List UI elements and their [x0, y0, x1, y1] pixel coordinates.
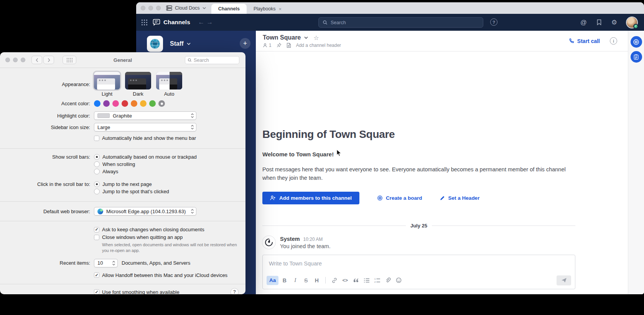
scrollbars-option-auto[interactable]: Automatically based on mouse or trackpad	[94, 154, 245, 160]
window-controls	[136, 2, 165, 14]
handoff-checkbox[interactable]: ✓ Allow Handoff between this Mac and you…	[94, 272, 245, 278]
minimize-window-button[interactable]	[13, 58, 18, 62]
sidebar-icon-size-label: Sidebar icon size:	[0, 124, 94, 130]
scrollbars-option-always[interactable]: Always	[94, 169, 245, 174]
saved-posts-icon[interactable]	[596, 19, 602, 25]
create-board-button[interactable]: Create a board	[377, 195, 422, 201]
default-browser-dropdown[interactable]: Microsoft Edge.app (104.0.1293.63)	[94, 207, 196, 216]
prefs-search[interactable]	[185, 56, 239, 64]
global-header: Channels ← → ? @ ⚙ ✓	[136, 14, 644, 31]
prefs-window-controls	[5, 54, 25, 66]
emoji-icon[interactable]	[394, 276, 404, 285]
attachment-icon[interactable]	[383, 276, 393, 285]
help-button[interactable]: ?	[231, 288, 239, 294]
highlight-swatch	[97, 113, 110, 118]
add-channel-button[interactable]: +	[240, 38, 250, 49]
close-windows-checkbox[interactable]: ✓ Close windows when quitting an app	[94, 234, 245, 240]
bulleted-list-icon[interactable]	[362, 276, 371, 285]
playbooks-app-icon[interactable]	[631, 51, 642, 63]
zoom-window-button[interactable]	[156, 6, 161, 10]
font-smoothing-checkbox[interactable]: ✓ Use font smoothing when available	[94, 289, 180, 294]
appearance-option-light[interactable]: Light	[94, 72, 120, 97]
accent-red[interactable]	[122, 100, 128, 107]
accent-yellow[interactable]	[140, 100, 147, 107]
server-name: Cloud Docs	[175, 5, 200, 11]
search-input[interactable]	[331, 20, 479, 25]
message-input[interactable]	[269, 260, 569, 267]
channel-name[interactable]: Town Square	[263, 34, 301, 41]
code-icon[interactable]: <>	[340, 276, 350, 285]
online-status-badge: ✓	[633, 24, 638, 29]
settings-gear-icon[interactable]: ⚙	[611, 19, 617, 26]
channel-info-icon[interactable]: i	[610, 37, 617, 45]
stepper-icon	[191, 124, 194, 130]
message-text: You joined the team.	[280, 243, 331, 249]
prefs-search-input[interactable]	[194, 58, 237, 63]
accent-pink[interactable]	[112, 100, 119, 107]
hide-menubar-checkbox[interactable]: ✓ Automatically hide and show the menu b…	[94, 135, 245, 141]
accent-orange[interactable]	[131, 100, 137, 107]
show-all-grid-icon[interactable]	[63, 56, 76, 64]
sidebar-icon-size-dropdown[interactable]: Large	[94, 123, 196, 131]
favorite-star-icon[interactable]: ☆	[313, 34, 319, 41]
accent-blue[interactable]	[94, 100, 100, 107]
appearance-option-dark[interactable]: Dark	[125, 72, 151, 97]
close-windows-note: When selected, open documents and window…	[102, 242, 245, 254]
edge-browser-icon	[97, 209, 103, 214]
back-button[interactable]	[31, 56, 42, 64]
history-forward-icon[interactable]: →	[206, 18, 214, 26]
section-divider	[0, 221, 245, 221]
team-header[interactable]: Staff	[136, 31, 256, 52]
section-divider	[0, 148, 245, 149]
accent-green[interactable]	[149, 100, 156, 107]
system-preferences-window: General Appearance: Light	[0, 52, 245, 294]
member-count[interactable]: 1	[263, 43, 272, 48]
app-rail	[628, 31, 644, 294]
close-window-button[interactable]	[5, 58, 10, 62]
scroll-click-next-page[interactable]: Jump to the next page	[94, 181, 245, 187]
minimize-window-button[interactable]	[148, 6, 153, 10]
pinned-posts-icon[interactable]	[277, 43, 282, 48]
chevron-down-icon[interactable]	[304, 36, 308, 39]
highlight-color-dropdown[interactable]: Graphite	[94, 111, 196, 120]
product-switcher-icon[interactable]	[142, 20, 147, 25]
tab-playbooks[interactable]: Playbooks ×	[247, 4, 288, 14]
bold-button[interactable]: B	[280, 276, 289, 285]
close-window-button[interactable]	[141, 6, 145, 10]
scroll-click-spot[interactable]: Jump to the spot that's clicked	[94, 189, 245, 194]
channel-files-icon[interactable]	[287, 43, 291, 48]
numbered-list-icon[interactable]: 1 2	[372, 276, 382, 285]
tab-channels[interactable]: Channels	[211, 4, 247, 14]
recent-items-dropdown[interactable]: 10	[94, 259, 118, 267]
heading-button[interactable]: H	[312, 276, 321, 285]
scrollbars-option-when-scrolling[interactable]: When scrolling	[94, 161, 245, 167]
link-icon[interactable]	[329, 276, 339, 285]
member-icon	[263, 43, 267, 48]
global-search[interactable]	[318, 17, 483, 28]
accent-purple[interactable]	[103, 100, 110, 107]
send-message-button[interactable]	[557, 275, 571, 285]
forward-button[interactable]	[43, 56, 54, 64]
formatting-toggle-button[interactable]: Aa	[267, 276, 278, 285]
italic-button[interactable]: I	[290, 276, 300, 285]
start-call-button[interactable]: Start call	[569, 38, 600, 44]
appearance-option-auto[interactable]: Auto	[156, 72, 182, 97]
quote-icon[interactable]	[351, 276, 361, 285]
message-author: System	[280, 236, 300, 242]
server-menu[interactable]: Cloud Docs	[165, 2, 211, 14]
keep-changes-checkbox[interactable]: ✓ Ask to keep changes when closing docum…	[94, 227, 245, 232]
add-channel-header-link[interactable]: Add a channel header	[296, 43, 341, 48]
mentions-icon[interactable]: @	[580, 19, 587, 26]
history-back-icon[interactable]: ←	[197, 18, 206, 26]
accent-graphite-selected[interactable]	[158, 100, 165, 107]
set-header-button[interactable]: Set a Header	[440, 195, 480, 201]
user-avatar[interactable]: ✓	[627, 17, 637, 28]
header-actions: @ ⚙ ✓	[580, 17, 637, 28]
help-icon[interactable]: ?	[490, 18, 497, 26]
boards-app-icon[interactable]	[631, 36, 642, 48]
add-members-button[interactable]: Add members to this channel	[262, 192, 359, 204]
strikethrough-button[interactable]: S	[301, 276, 311, 285]
zoom-window-button[interactable]	[21, 58, 25, 62]
date-label[interactable]: July 25	[406, 223, 432, 229]
close-tab-icon[interactable]: ×	[279, 6, 282, 12]
